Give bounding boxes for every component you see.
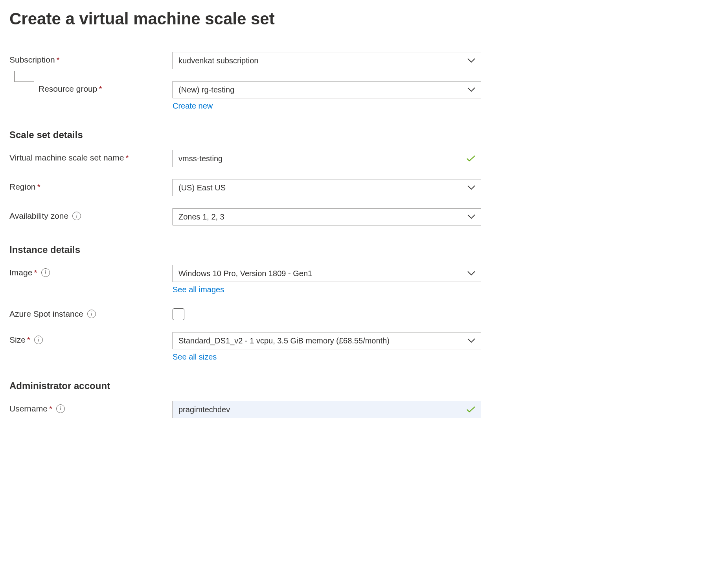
required-indicator: * [34, 268, 37, 277]
username-input[interactable]: pragimtechdev [173, 401, 481, 418]
check-icon [467, 155, 475, 162]
info-icon[interactable]: i [34, 336, 43, 344]
required-indicator: * [27, 335, 30, 345]
check-icon [467, 406, 475, 413]
image-dropdown[interactable]: Windows 10 Pro, Version 1809 - Gen1 [173, 265, 481, 282]
availability-zone-label: Availability zone [9, 211, 68, 221]
username-label: Username [9, 404, 48, 413]
admin-account-heading: Administrator account [9, 380, 719, 391]
username-value: pragimtechdev [178, 405, 230, 414]
chevron-down-icon [467, 185, 475, 190]
page-title: Create a virtual machine scale set [9, 9, 719, 28]
required-indicator: * [49, 404, 52, 413]
size-dropdown[interactable]: Standard_DS1_v2 - 1 vcpu, 3.5 GiB memory… [173, 332, 481, 349]
chevron-down-icon [467, 338, 475, 343]
info-icon[interactable]: i [56, 404, 65, 413]
subscription-label: Subscription [9, 55, 55, 65]
image-value: Windows 10 Pro, Version 1809 - Gen1 [178, 269, 312, 278]
availability-zone-value: Zones 1, 2, 3 [178, 212, 224, 221]
tree-indent-line [14, 71, 34, 82]
size-label: Size [9, 335, 26, 345]
subscription-dropdown[interactable]: kudvenkat subscription [173, 52, 481, 69]
subscription-value: kudvenkat subscription [178, 56, 258, 65]
instance-details-heading: Instance details [9, 244, 719, 255]
vmss-name-value: vmss-testing [178, 154, 222, 163]
required-indicator: * [99, 84, 102, 94]
info-icon[interactable]: i [87, 310, 96, 318]
region-dropdown[interactable]: (US) East US [173, 179, 481, 196]
spot-instance-label: Azure Spot instance [9, 309, 83, 319]
info-icon[interactable]: i [72, 212, 81, 220]
image-label: Image [9, 268, 32, 277]
see-all-sizes-link[interactable]: See all sizes [173, 352, 217, 362]
spot-instance-checkbox[interactable] [173, 308, 184, 320]
chevron-down-icon [467, 58, 475, 63]
vmss-name-label: Virtual machine scale set name [9, 153, 124, 162]
vmss-name-input[interactable]: vmss-testing [173, 150, 481, 167]
resource-group-dropdown[interactable]: (New) rg-testing [173, 81, 481, 98]
required-indicator: * [37, 182, 40, 192]
info-icon[interactable]: i [41, 268, 50, 277]
create-new-link[interactable]: Create new [173, 101, 213, 111]
resource-group-value: (New) rg-testing [178, 85, 234, 94]
required-indicator: * [125, 153, 129, 162]
required-indicator: * [57, 55, 60, 65]
scale-set-details-heading: Scale set details [9, 129, 719, 140]
chevron-down-icon [467, 271, 475, 276]
resource-group-label: Resource group [39, 84, 97, 94]
region-value: (US) East US [178, 183, 226, 192]
region-label: Region [9, 182, 36, 192]
availability-zone-dropdown[interactable]: Zones 1, 2, 3 [173, 208, 481, 225]
see-all-images-link[interactable]: See all images [173, 285, 224, 294]
chevron-down-icon [467, 87, 475, 92]
size-value: Standard_DS1_v2 - 1 vcpu, 3.5 GiB memory… [178, 336, 390, 345]
chevron-down-icon [467, 214, 475, 219]
